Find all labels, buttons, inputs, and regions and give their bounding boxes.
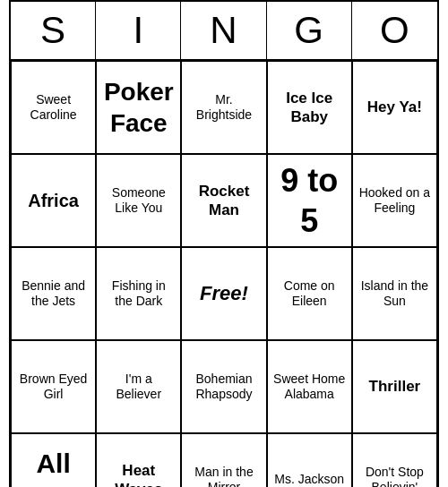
bingo-cell: Hey Ya!	[352, 61, 437, 154]
bingo-cell: Sweet Home Alabama	[267, 340, 352, 433]
header-letter: S	[11, 2, 96, 59]
bingo-cell: Africa	[11, 154, 96, 247]
bingo-cell: Ice Ice Baby	[267, 61, 352, 154]
bingo-grid: Sweet CarolinePoker FaceMr. BrightsideIc…	[11, 61, 437, 487]
bingo-cell: Sweet Caroline	[11, 61, 96, 154]
bingo-cell: Fishing in the Dark	[96, 247, 181, 340]
bingo-cell: I'm a Believer	[96, 340, 181, 433]
header-letter: G	[267, 2, 352, 59]
header-letter: O	[352, 2, 437, 59]
bingo-cell: Someone Like You	[96, 154, 181, 247]
header-letter: N	[181, 2, 266, 59]
bingo-header: SINGO	[11, 2, 437, 61]
bingo-cell: Man in the Mirror	[181, 433, 266, 487]
bingo-cell: Heat Waves	[96, 433, 181, 487]
bingo-cell: Come on Eileen	[267, 247, 352, 340]
bingo-cell: Poker Face	[96, 61, 181, 154]
bingo-cell: All Star	[11, 433, 96, 487]
bingo-cell: Ms. Jackson	[267, 433, 352, 487]
bingo-cell: Island in the Sun	[352, 247, 437, 340]
bingo-cell: Hooked on a Feeling	[352, 154, 437, 247]
bingo-cell: Bennie and the Jets	[11, 247, 96, 340]
header-letter: I	[96, 2, 181, 59]
bingo-cell: Thriller	[352, 340, 437, 433]
bingo-cell: Bohemian Rhapsody	[181, 340, 266, 433]
bingo-card: SINGO Sweet CarolinePoker FaceMr. Bright…	[9, 0, 439, 487]
bingo-cell: Brown Eyed Girl	[11, 340, 96, 433]
bingo-cell: Don't Stop Believin'	[352, 433, 437, 487]
bingo-cell: Free!	[181, 247, 266, 340]
bingo-cell: Mr. Brightside	[181, 61, 266, 154]
bingo-cell: Rocket Man	[181, 154, 266, 247]
bingo-cell: 9 to 5	[267, 154, 352, 247]
